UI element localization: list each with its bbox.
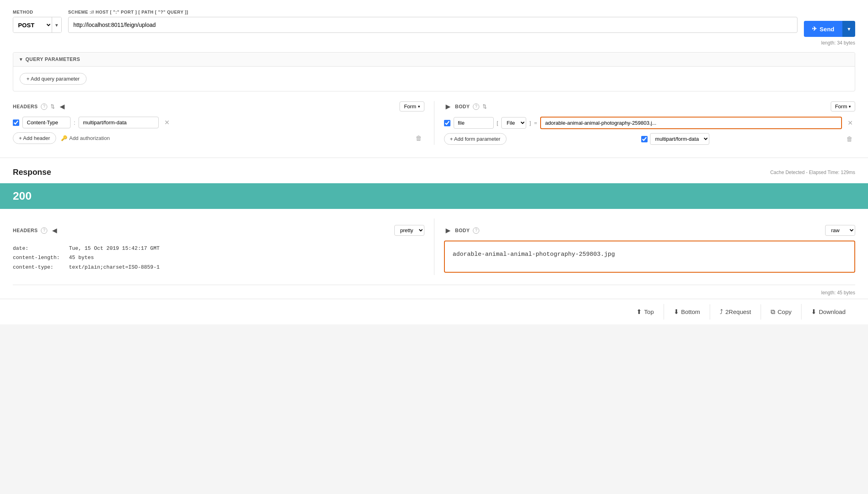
add-header-button[interactable]: + Add header [13,132,56,144]
headers-nav-left[interactable]: ◀ [58,101,66,112]
header-content-type-row: content-type:text/plain;charset=ISO-8859… [13,263,424,272]
status-code: 200 [13,190,32,202]
headers-panel: HEADERS ? ⇅ ◀ Form ▾ : ✕ + Add header [13,101,424,144]
cache-info: Cache Detected - Elapsed Time: 129ms [770,170,855,175]
multipart-checkbox[interactable] [641,136,648,142]
body-format-chevron: ▾ [849,104,851,109]
bottom-button[interactable]: ⬇ Bottom [664,304,710,320]
add-query-param-button[interactable]: + Add query parameter [20,73,87,85]
top-button[interactable]: ⬆ Top [627,304,663,320]
response-headers-format-select[interactable]: pretty raw [394,225,424,236]
response-body-nav-right[interactable]: ▶ [444,225,452,236]
header-row-content-type: : ✕ [13,117,424,128]
download-icon: ⬇ [811,308,816,316]
body-panel: ▶ BODY ? ⇅ Form ▾ [ File Text ] = [444,101,856,145]
send-dropdown-button[interactable]: ▾ [842,21,855,37]
response-headers-info-icon: ? [41,227,47,234]
response-headers-title: HEADERS [13,228,38,233]
multipart-select[interactable]: multipart/form-data [650,133,709,145]
body-format-select[interactable]: Form ▾ [831,101,855,111]
url-label: SCHEME :// HOST [ ":" PORT ] [ PATH [ "?… [68,10,797,14]
method-select[interactable]: POST GET PUT DELETE PATCH [13,17,52,32]
copy-icon: ⧉ [771,308,775,316]
method-dropdown-btn[interactable]: ▾ [52,17,61,32]
body-title: BODY [455,104,470,109]
query-params-chevron: ▾ [20,57,22,62]
response-headers-panel: HEADERS ? ◀ pretty raw date:Tue, 15 Oct … [13,219,424,275]
bottom-icon: ⬇ [674,308,679,316]
headers-delete-all-button[interactable]: 🗑 [413,134,424,143]
add-form-param-button[interactable]: + Add form parameter [444,133,507,145]
method-label: METHOD [13,10,62,14]
body-field-checkbox[interactable] [444,120,450,126]
header-content-length-row: content-length:45 bytes [13,253,424,262]
body-field-type-select[interactable]: File Text [501,117,526,129]
header-value-input[interactable] [79,117,159,128]
body-info-icon: ? [473,103,479,110]
copy-button[interactable]: ⧉ Copy [761,304,801,320]
response-body-format-select[interactable]: raw pretty [825,225,855,236]
headers-sort-icon[interactable]: ⇅ [50,103,55,109]
response-body-title: BODY [455,228,470,233]
headers-title: HEADERS [13,104,38,109]
query-params-header[interactable]: ▾ QUERY PARAMETERS [13,53,855,67]
header-colon: : [74,119,75,126]
body-field-row: [ File Text ] = adorable-animal-animal-p… [444,117,856,129]
bottom-action-bar: ⬆ Top ⬇ Bottom ⤴ 2Request ⧉ Copy ⬇ Downl… [0,299,868,324]
request-button[interactable]: ⤴ 2Request [710,304,761,320]
response-section: Response Cache Detected - Elapsed Time: … [0,158,868,299]
header-date-row: date:Tue, 15 Oct 2019 15:42:17 GMT [13,244,424,253]
top-icon: ⬆ [636,308,642,316]
panel-divider [434,101,434,145]
response-body-content: adorable-animal-animal-photography-25980… [444,241,856,273]
add-authorization-button[interactable]: 🔑 Add authorization [61,133,110,144]
key-icon: 🔑 [61,135,67,141]
bracket-open: [ [497,120,499,126]
response-body-panel: ▶ BODY ? raw pretty adorable-animal-anim… [444,219,856,273]
bracket-close: ] [529,120,531,126]
response-panel-divider [434,219,434,275]
response-body-info-icon: ? [473,227,479,234]
body-sort-icon[interactable]: ⇅ [482,103,487,109]
url-input[interactable]: http://localhost:8011/feign/upload [68,17,797,33]
headers-info-icon: ? [41,103,47,110]
body-field-delete-button[interactable]: ✕ [845,118,855,128]
query-params-label: QUERY PARAMETERS [26,57,80,62]
url-length: length: 34 bytes [13,40,855,46]
send-button[interactable]: ✈ Send [804,21,842,37]
query-params-body: + Add query parameter [13,67,855,91]
query-params-section: ▾ QUERY PARAMETERS + Add query parameter [13,52,855,91]
response-headers-content: date:Tue, 15 Oct 2019 15:42:17 GMT conte… [13,241,424,275]
body-delete-all-button[interactable]: 🗑 [844,135,855,144]
response-headers-nav-left[interactable]: ◀ [50,225,59,236]
response-title: Response [13,168,51,177]
eq-sign: = [534,120,537,126]
request-icon: ⤴ [720,308,723,316]
response-length-bar: length: 45 bytes [13,285,855,299]
headers-format-chevron: ▾ [418,104,420,109]
header-name-input[interactable] [22,117,71,128]
status-bar: 200 [0,183,868,209]
body-field-value-input[interactable]: adorable-animal-animal-photography-25980… [540,117,842,129]
send-icon: ✈ [812,25,817,32]
header-checkbox-content-type[interactable] [13,119,19,126]
header-delete-button[interactable]: ✕ [162,118,172,127]
multipart-badge: multipart/form-data [641,133,709,145]
download-button[interactable]: ⬇ Download [801,304,855,320]
headers-format-select[interactable]: Form ▾ [400,101,424,111]
body-field-name-input[interactable] [454,117,494,129]
body-nav-right[interactable]: ▶ [444,101,452,112]
